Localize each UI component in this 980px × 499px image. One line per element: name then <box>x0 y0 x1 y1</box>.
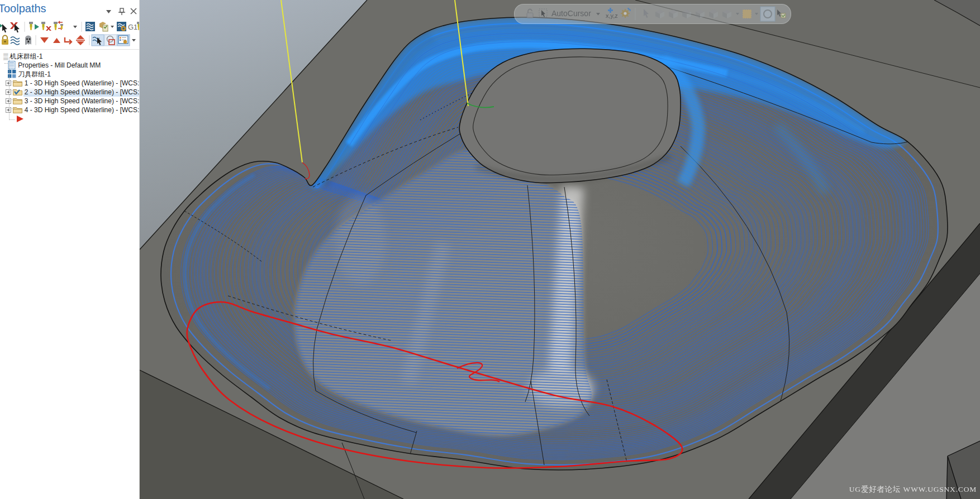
svg-text:x,y,z: x,y,z <box>606 12 618 19</box>
svg-text:AutoCursor: AutoCursor <box>551 9 591 18</box>
svg-text:G1: G1 <box>128 23 137 31</box>
